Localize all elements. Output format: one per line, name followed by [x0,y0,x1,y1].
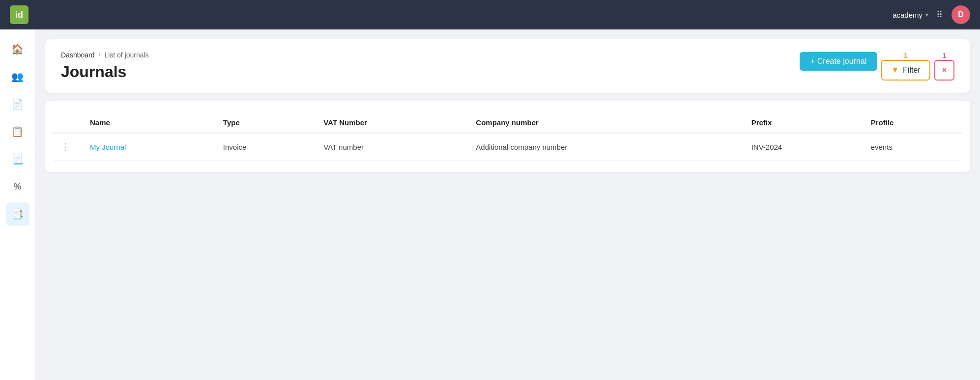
breadcrumb-home[interactable]: Dashboard [61,51,95,59]
col-type: Type [215,112,316,133]
table-row: ⋮ My Journal Invoice VAT number Addition… [53,133,962,161]
list-icon: 📋 [11,126,24,137]
row-type-cell: Invoice [215,133,316,161]
chevron-down-icon: ▾ [925,11,928,18]
col-profile: Profile [863,112,962,133]
navbar: id academy ▾ ⠿ D [0,0,980,29]
row-profile-cell: events [863,133,962,161]
row-name-cell: My Journal [82,133,215,161]
breadcrumb: Dashboard / List of journals [61,51,149,59]
dollar-doc-icon: 📃 [11,153,24,165]
row-company-number-cell: Additional company number [468,133,743,161]
logo[interactable]: id [10,5,29,24]
document-icon: 📄 [11,98,24,110]
apps-grid-icon[interactable]: ⠿ [936,9,944,20]
sidebar-item-list[interactable]: 📋 [6,120,29,143]
breadcrumb-separator: / [99,51,101,59]
company-name: academy [893,11,922,19]
col-name: Name [82,112,215,133]
journals-table-card: Name Type VAT Number Company number Pref… [45,101,970,172]
sidebar-item-percent[interactable]: % [6,175,29,198]
avatar[interactable]: D [951,5,970,24]
page-header: Dashboard / List of journals Journals + … [45,39,970,93]
close-button-group: 1 × [934,52,954,81]
page-title: Journals [61,63,149,81]
navbar-left: id [10,5,29,24]
home-icon: 🏠 [11,43,24,55]
percent-icon: % [13,182,21,192]
filter-button-group: 1 ▼ Filter [881,52,930,81]
table-body: ⋮ My Journal Invoice VAT number Addition… [53,133,962,161]
col-prefix: Prefix [744,112,863,133]
col-actions [53,112,82,133]
row-actions-cell: ⋮ [53,133,82,161]
journal-icon: 📑 [11,208,24,220]
col-company-number: Company number [468,112,743,133]
row-actions-menu-icon[interactable]: ⋮ [61,142,74,152]
filter-badge: 1 [904,52,908,59]
journals-table: Name Type VAT Number Company number Pref… [53,112,962,161]
sidebar-item-document[interactable]: 📄 [6,92,29,116]
main-content: Dashboard / List of journals Journals + … [35,29,980,380]
filter-label: Filter [903,66,921,75]
journal-name-link[interactable]: My Journal [90,143,126,151]
table-header: Name Type VAT Number Company number Pref… [53,112,962,133]
sidebar-item-journal[interactable]: 📑 [6,202,29,226]
navbar-right: academy ▾ ⠿ D [893,5,970,24]
sidebar-item-home[interactable]: 🏠 [6,37,29,61]
row-vat-number-cell: VAT number [316,133,468,161]
page-header-actions: + Create journal 1 ▼ Filter 1 × [800,52,954,81]
col-vat-number: VAT Number [316,112,468,133]
row-prefix-cell: INV-2024 [744,133,863,161]
close-filter-button[interactable]: × [934,60,954,81]
sidebar: 🏠 👥 📄 📋 📃 % 📑 [0,29,35,380]
close-badge: 1 [942,52,946,59]
filter-icon: ▼ [891,66,899,75]
sidebar-item-people[interactable]: 👥 [6,65,29,88]
close-icon: × [942,66,947,74]
sidebar-item-dollar-doc[interactable]: 📃 [6,147,29,171]
create-journal-button[interactable]: + Create journal [800,52,877,71]
people-icon: 👥 [11,71,24,82]
breadcrumb-current: List of journals [104,51,148,59]
filter-button[interactable]: ▼ Filter [881,60,930,81]
create-journal-label: + Create journal [810,57,866,66]
table-header-row: Name Type VAT Number Company number Pref… [53,112,962,133]
company-selector[interactable]: academy ▾ [893,11,928,19]
